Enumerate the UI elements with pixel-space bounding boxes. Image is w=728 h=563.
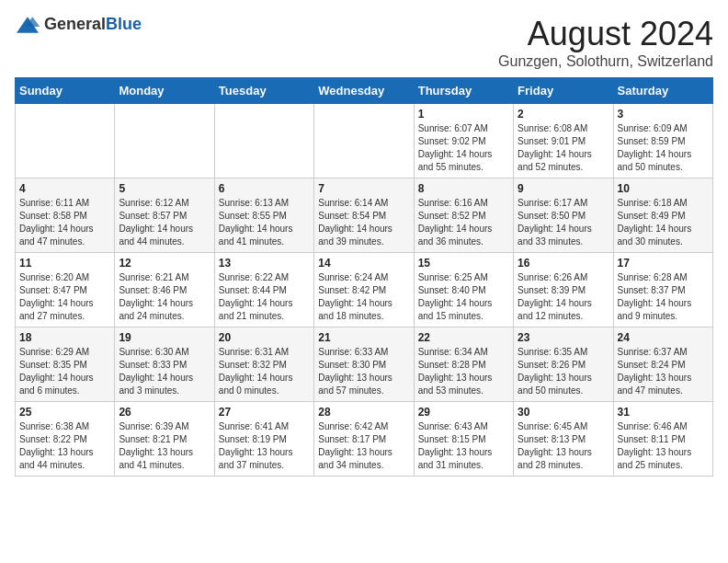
calendar-cell: 20Sunrise: 6:31 AMSunset: 8:32 PMDayligh…: [214, 327, 313, 402]
day-number: 13: [219, 257, 310, 270]
day-header-friday: Friday: [514, 78, 613, 104]
day-number: 28: [318, 406, 409, 419]
day-header-monday: Monday: [115, 78, 214, 104]
day-header-sunday: Sunday: [16, 78, 115, 104]
calendar-cell: 25Sunrise: 6:38 AMSunset: 8:22 PMDayligh…: [16, 402, 115, 477]
day-number: 19: [119, 331, 210, 344]
title-block: August 2024 Gunzgen, Solothurn, Switzerl…: [498, 15, 713, 70]
calendar-cell: 5Sunrise: 6:12 AMSunset: 8:57 PMDaylight…: [115, 178, 214, 253]
calendar-cell: 13Sunrise: 6:22 AMSunset: 8:44 PMDayligh…: [214, 253, 313, 327]
day-info: Sunrise: 6:07 AMSunset: 9:02 PMDaylight:…: [418, 122, 509, 174]
day-number: 24: [618, 331, 709, 344]
calendar-cell: 29Sunrise: 6:43 AMSunset: 8:15 PMDayligh…: [414, 402, 513, 477]
location-title: Gunzgen, Solothurn, Switzerland: [498, 53, 713, 70]
day-number: 10: [618, 182, 709, 195]
day-info: Sunrise: 6:28 AMSunset: 8:37 PMDaylight:…: [618, 271, 709, 323]
day-info: Sunrise: 6:30 AMSunset: 8:33 PMDaylight:…: [119, 346, 210, 397]
day-header-tuesday: Tuesday: [214, 78, 313, 104]
calendar-cell: 30Sunrise: 6:45 AMSunset: 8:13 PMDayligh…: [514, 402, 613, 477]
day-number: 17: [618, 257, 709, 270]
calendar-week-row: 4Sunrise: 6:11 AMSunset: 8:58 PMDaylight…: [16, 178, 713, 253]
calendar-cell: 15Sunrise: 6:25 AMSunset: 8:40 PMDayligh…: [414, 253, 513, 327]
logo-icon: [15, 16, 40, 34]
day-info: Sunrise: 6:09 AMSunset: 8:59 PMDaylight:…: [618, 122, 709, 174]
day-info: Sunrise: 6:17 AMSunset: 8:50 PMDaylight:…: [518, 197, 609, 248]
calendar-cell: 9Sunrise: 6:17 AMSunset: 8:50 PMDaylight…: [514, 178, 613, 253]
day-number: 31: [618, 406, 709, 419]
day-number: 29: [418, 406, 509, 419]
day-info: Sunrise: 6:42 AMSunset: 8:17 PMDaylight:…: [318, 420, 409, 472]
day-info: Sunrise: 6:37 AMSunset: 8:24 PMDaylight:…: [618, 346, 709, 397]
calendar-cell: 14Sunrise: 6:24 AMSunset: 8:42 PMDayligh…: [314, 253, 414, 327]
calendar-cell: 11Sunrise: 6:20 AMSunset: 8:47 PMDayligh…: [16, 253, 115, 327]
calendar-cell: 27Sunrise: 6:41 AMSunset: 8:19 PMDayligh…: [214, 402, 313, 477]
month-title: August 2024: [498, 15, 713, 53]
day-info: Sunrise: 6:41 AMSunset: 8:19 PMDaylight:…: [219, 420, 310, 472]
calendar-cell: [16, 104, 115, 178]
day-header-thursday: Thursday: [414, 78, 513, 104]
calendar-cell: 23Sunrise: 6:35 AMSunset: 8:26 PMDayligh…: [514, 327, 613, 402]
day-number: 23: [518, 331, 609, 344]
calendar-table: SundayMondayTuesdayWednesdayThursdayFrid…: [15, 77, 713, 477]
calendar-cell: 12Sunrise: 6:21 AMSunset: 8:46 PMDayligh…: [115, 253, 214, 327]
day-number: 14: [318, 257, 409, 270]
day-info: Sunrise: 6:16 AMSunset: 8:52 PMDaylight:…: [418, 197, 509, 248]
day-number: 27: [219, 406, 310, 419]
calendar-week-row: 1Sunrise: 6:07 AMSunset: 9:02 PMDaylight…: [16, 104, 713, 178]
day-info: Sunrise: 6:39 AMSunset: 8:21 PMDaylight:…: [119, 420, 210, 472]
calendar-cell: [115, 104, 214, 178]
day-info: Sunrise: 6:26 AMSunset: 8:39 PMDaylight:…: [518, 271, 609, 323]
calendar-cell: 16Sunrise: 6:26 AMSunset: 8:39 PMDayligh…: [514, 253, 613, 327]
day-number: 22: [418, 331, 509, 344]
logo-general: General: [44, 15, 106, 33]
calendar-cell: 24Sunrise: 6:37 AMSunset: 8:24 PMDayligh…: [613, 327, 712, 402]
calendar-week-row: 11Sunrise: 6:20 AMSunset: 8:47 PMDayligh…: [16, 253, 713, 327]
day-info: Sunrise: 6:33 AMSunset: 8:30 PMDaylight:…: [318, 346, 409, 397]
day-info: Sunrise: 6:12 AMSunset: 8:57 PMDaylight:…: [119, 197, 210, 248]
day-number: 15: [418, 257, 509, 270]
calendar-cell: 17Sunrise: 6:28 AMSunset: 8:37 PMDayligh…: [613, 253, 712, 327]
day-info: Sunrise: 6:18 AMSunset: 8:49 PMDaylight:…: [618, 197, 709, 248]
calendar-header-row: SundayMondayTuesdayWednesdayThursdayFrid…: [16, 78, 713, 104]
calendar-cell: [214, 104, 313, 178]
calendar-cell: 22Sunrise: 6:34 AMSunset: 8:28 PMDayligh…: [414, 327, 513, 402]
calendar-cell: 6Sunrise: 6:13 AMSunset: 8:55 PMDaylight…: [214, 178, 313, 253]
day-number: 11: [19, 257, 110, 270]
day-info: Sunrise: 6:20 AMSunset: 8:47 PMDaylight:…: [19, 271, 110, 323]
day-info: Sunrise: 6:11 AMSunset: 8:58 PMDaylight:…: [19, 197, 110, 248]
day-header-wednesday: Wednesday: [314, 78, 414, 104]
day-info: Sunrise: 6:46 AMSunset: 8:11 PMDaylight:…: [618, 420, 709, 472]
day-info: Sunrise: 6:08 AMSunset: 9:01 PMDaylight:…: [518, 122, 609, 174]
day-number: 6: [219, 182, 310, 195]
calendar-cell: 18Sunrise: 6:29 AMSunset: 8:35 PMDayligh…: [16, 327, 115, 402]
day-number: 12: [119, 257, 210, 270]
calendar-cell: 3Sunrise: 6:09 AMSunset: 8:59 PMDaylight…: [613, 104, 712, 178]
day-info: Sunrise: 6:35 AMSunset: 8:26 PMDaylight:…: [518, 346, 609, 397]
day-info: Sunrise: 6:22 AMSunset: 8:44 PMDaylight:…: [219, 271, 310, 323]
day-info: Sunrise: 6:34 AMSunset: 8:28 PMDaylight:…: [418, 346, 509, 397]
day-number: 2: [518, 108, 609, 121]
day-info: Sunrise: 6:14 AMSunset: 8:54 PMDaylight:…: [318, 197, 409, 248]
calendar-cell: 21Sunrise: 6:33 AMSunset: 8:30 PMDayligh…: [314, 327, 414, 402]
day-number: 20: [219, 331, 310, 344]
logo: GeneralBlue: [15, 15, 142, 34]
day-number: 1: [418, 108, 509, 121]
calendar-cell: 7Sunrise: 6:14 AMSunset: 8:54 PMDaylight…: [314, 178, 414, 253]
day-number: 8: [418, 182, 509, 195]
calendar-week-row: 18Sunrise: 6:29 AMSunset: 8:35 PMDayligh…: [16, 327, 713, 402]
calendar-cell: 28Sunrise: 6:42 AMSunset: 8:17 PMDayligh…: [314, 402, 414, 477]
day-number: 16: [518, 257, 609, 270]
calendar-cell: 2Sunrise: 6:08 AMSunset: 9:01 PMDaylight…: [514, 104, 613, 178]
day-info: Sunrise: 6:45 AMSunset: 8:13 PMDaylight:…: [518, 420, 609, 472]
calendar-week-row: 25Sunrise: 6:38 AMSunset: 8:22 PMDayligh…: [16, 402, 713, 477]
day-number: 3: [618, 108, 709, 121]
day-info: Sunrise: 6:13 AMSunset: 8:55 PMDaylight:…: [219, 197, 310, 248]
day-info: Sunrise: 6:25 AMSunset: 8:40 PMDaylight:…: [418, 271, 509, 323]
calendar-cell: 19Sunrise: 6:30 AMSunset: 8:33 PMDayligh…: [115, 327, 214, 402]
calendar-cell: 10Sunrise: 6:18 AMSunset: 8:49 PMDayligh…: [613, 178, 712, 253]
calendar-cell: 26Sunrise: 6:39 AMSunset: 8:21 PMDayligh…: [115, 402, 214, 477]
day-number: 7: [318, 182, 409, 195]
day-header-saturday: Saturday: [613, 78, 712, 104]
day-number: 21: [318, 331, 409, 344]
calendar-cell: 1Sunrise: 6:07 AMSunset: 9:02 PMDaylight…: [414, 104, 513, 178]
